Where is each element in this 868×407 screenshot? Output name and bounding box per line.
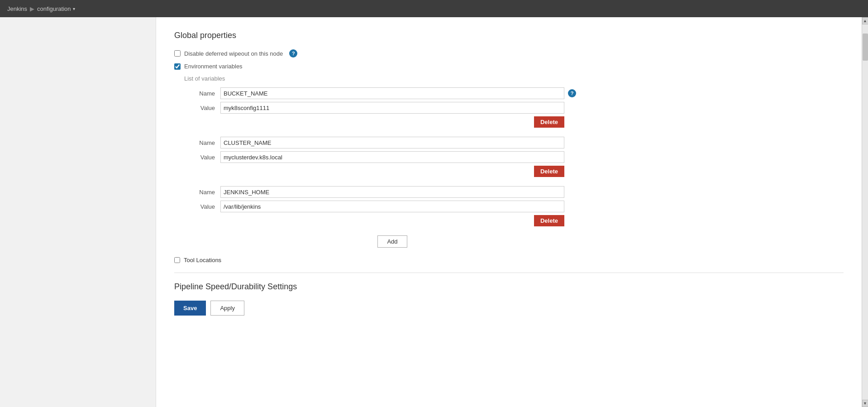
disable-deferred-checkbox[interactable] [174,50,181,57]
disable-deferred-label[interactable]: Disable deferred wipeout on this node [184,50,283,57]
name-help-icon[interactable]: ? [568,89,576,97]
delete-button-3[interactable]: Delete [534,215,564,226]
top-nav: Jenkins ▶ configuration ▾ [0,0,868,17]
main-content: Global properties Disable deferred wipeo… [156,17,862,407]
name-label-2: Name [184,139,220,146]
save-button[interactable]: Save [174,301,206,316]
env-variables-label[interactable]: Environment variables [184,63,243,70]
disable-deferred-help-icon[interactable]: ? [289,49,297,57]
name-label-3: Name [184,189,220,196]
value-label-3: Value [184,203,220,210]
add-variable-button[interactable]: Add [377,235,407,248]
apply-button[interactable]: Apply [210,301,244,316]
name-row-2: Name [184,137,844,148]
name-input-2[interactable] [220,137,564,148]
scrollbar-track: ▲ ▼ [862,17,868,407]
tool-locations-label[interactable]: Tool Locations [184,257,221,263]
env-variables-row: Environment variables [174,63,844,70]
add-button-row: Add [220,235,564,248]
pipeline-section: Pipeline Speed/Durability Settings [174,273,844,292]
env-variables-checkbox[interactable] [174,63,181,70]
variable-entry-1: Name ? Value Delete [184,87,844,128]
delete-row-2: Delete [184,166,564,177]
sidebar [0,17,156,407]
variable-entry-2: Name Value Delete [184,137,844,177]
delete-button-2[interactable]: Delete [534,166,564,177]
bottom-buttons: Save Apply [174,301,844,316]
env-section: List of variables Name ? Value Delete [184,75,844,248]
scrollbar-up-arrow[interactable]: ▲ [862,17,868,24]
name-row-3: Name [184,186,844,198]
value-input-2[interactable] [220,151,564,163]
value-row-1: Value [184,102,844,114]
name-input-3[interactable] [220,186,564,198]
config-caret-icon: ▾ [73,6,75,11]
pipeline-section-title: Pipeline Speed/Durability Settings [174,282,844,292]
delete-row-3: Delete [184,215,564,226]
name-row-1: Name ? [184,87,844,99]
scrollbar-thumb[interactable] [863,34,868,61]
tool-locations-checkbox[interactable] [174,257,180,263]
value-input-3[interactable] [220,201,564,212]
scrollbar-down-arrow[interactable]: ▼ [862,400,868,407]
value-label-2: Value [184,154,220,161]
value-row-3: Value [184,201,844,212]
name-label-1: Name [184,90,220,97]
disable-deferred-row: Disable deferred wipeout on this node ? [174,49,844,57]
configuration-label: configuration [37,5,71,12]
value-input-1[interactable] [220,102,564,114]
nav-separator: ▶ [30,5,34,12]
global-properties-title: Global properties [174,31,844,40]
main-container: Global properties Disable deferred wipeo… [0,17,868,407]
tool-locations-row: Tool Locations [174,257,844,263]
value-label-1: Value [184,105,220,111]
value-row-2: Value [184,151,844,163]
configuration-nav-link[interactable]: configuration ▾ [37,5,75,12]
delete-row-1: Delete [184,116,564,128]
list-of-variables-label: List of variables [184,75,844,82]
delete-button-1[interactable]: Delete [534,116,564,128]
jenkins-nav-link[interactable]: Jenkins [7,5,27,12]
variable-entry-3: Name Value Delete [184,186,844,226]
name-input-1[interactable] [220,87,564,99]
